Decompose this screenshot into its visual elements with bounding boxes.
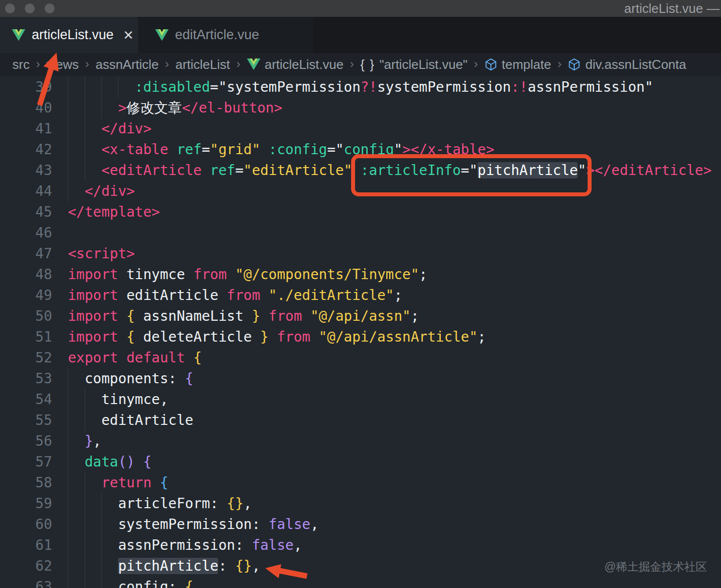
code-line-60[interactable]: 60 systemPermission: false, [0, 514, 721, 535]
braces-icon: { } [360, 58, 375, 72]
indent-guide [85, 98, 85, 118]
vue-icon [12, 29, 25, 41]
indent-guide [85, 472, 85, 493]
code-line-46[interactable]: 46 [0, 223, 721, 243]
indent-guide [85, 493, 85, 514]
line-number: 54 [0, 389, 52, 410]
breadcrumb-separator: › [36, 57, 40, 71]
code-text: <editArticle ref="editArticle" :articleI… [52, 160, 712, 181]
breadcrumb-item-articlelist-vue[interactable]: articleList.vue [247, 57, 344, 72]
tab-bar: articleList.vue ✕ editArticle.vue [0, 17, 721, 53]
code-line-50[interactable]: 50import { assnNameList } from "@/api/as… [0, 306, 721, 327]
code-text: export default { [52, 348, 202, 368]
indent-guide [85, 118, 85, 139]
code-text: tinymce, [52, 389, 168, 410]
indent-guide [68, 535, 68, 556]
breadcrumb-item-assnarticle[interactable]: assnArticle [96, 57, 159, 72]
indent-guide [85, 139, 85, 160]
code-line-53[interactable]: 53 components: { [0, 368, 721, 389]
breadcrumb-label: articleList [176, 57, 230, 72]
line-number: 44 [0, 181, 52, 202]
code-line-56[interactable]: 56 }, [0, 431, 721, 452]
indent-guide [68, 514, 68, 535]
code-text: assnPermission: false, [52, 535, 302, 556]
indent-guide [68, 472, 68, 493]
zoom-window-button[interactable] [45, 3, 55, 13]
breadcrumb-item-src[interactable]: src [12, 57, 30, 72]
breadcrumb-label: src [12, 57, 30, 72]
code-text: data() { [52, 452, 152, 472]
indent-guide [85, 160, 85, 181]
code-text: >修改文章</el-button> [52, 98, 282, 118]
code-line-40[interactable]: 40 >修改文章</el-button> [0, 98, 721, 118]
code-line-43[interactable]: 43 <editArticle ref="editArticle" :artic… [0, 160, 721, 181]
breadcrumb-separator: › [350, 57, 354, 71]
vue-icon [155, 29, 169, 41]
indent-guide [68, 139, 68, 160]
breadcrumb-separator: › [85, 57, 89, 71]
breadcrumb-separator: › [557, 57, 561, 71]
code-line-41[interactable]: 41 </div> [0, 118, 721, 139]
breadcrumb-item-template[interactable]: template [484, 57, 551, 72]
code-line-47[interactable]: 47<script> [0, 243, 721, 264]
breadcrumb-item-div-assnlistconta[interactable]: div.assnListConta [568, 57, 686, 72]
indent-guide [68, 181, 68, 202]
tab-label: editArticle.vue [175, 27, 259, 43]
code-line-52[interactable]: 52export default { [0, 348, 721, 368]
line-number: 59 [0, 493, 52, 514]
code-line-45[interactable]: 45</template> [0, 202, 721, 223]
code-line-55[interactable]: 55 editArticle [0, 410, 721, 431]
minimize-window-button[interactable] [25, 3, 35, 13]
line-number: 45 [0, 202, 52, 223]
code-text: </div> [52, 118, 152, 139]
breadcrumb-label: articleList.vue [265, 57, 344, 72]
code-line-63[interactable]: 63 config: { [0, 577, 721, 588]
line-number: 49 [0, 285, 52, 306]
traffic-lights [5, 3, 55, 13]
line-number: 62 [0, 556, 52, 577]
breadcrumb-item--articlelist-vue-[interactable]: { }"articleList.vue" [360, 57, 468, 72]
indent-guide [68, 431, 68, 452]
code-text: }, [52, 431, 101, 452]
line-number: 41 [0, 118, 52, 139]
code-line-61[interactable]: 61 assnPermission: false, [0, 535, 721, 556]
code-text [52, 223, 68, 243]
watermark-text: @稀土掘金技术社区 [604, 559, 707, 575]
code-line-51[interactable]: 51import { deleteArticle } from "@/api/a… [0, 327, 721, 348]
indent-guide [68, 160, 68, 181]
code-area[interactable]: 39 :disabled="systemPermission?!systemPe… [0, 77, 721, 588]
tab-editarticle-vue[interactable]: editArticle.vue [139, 17, 313, 53]
code-line-54[interactable]: 54 tinymce, [0, 389, 721, 410]
indent-guide [101, 493, 102, 514]
indent-guide [85, 410, 85, 431]
breadcrumb-item-articlelist[interactable]: articleList [176, 57, 230, 72]
line-number: 52 [0, 348, 52, 368]
breadcrumb-label: div.assnListConta [585, 57, 686, 72]
window-title: articleList.vue — [624, 0, 720, 17]
indent-guide [101, 556, 102, 577]
code-line-44[interactable]: 44 </div> [0, 181, 721, 202]
code-line-39[interactable]: 39 :disabled="systemPermission?!systemPe… [0, 77, 721, 98]
line-number: 43 [0, 160, 52, 181]
code-line-59[interactable]: 59 articleForm: {}, [0, 493, 721, 514]
close-icon[interactable]: ✕ [123, 29, 134, 42]
indent-guide [101, 77, 102, 98]
line-number: 48 [0, 264, 52, 285]
code-text: <script> [52, 243, 135, 264]
close-window-button[interactable] [5, 3, 15, 13]
code-line-42[interactable]: 42 <x-table ref="grid" :config="config">… [0, 139, 721, 160]
code-text: return { [52, 472, 168, 493]
indent-guide [101, 577, 102, 588]
indent-guide [101, 514, 102, 535]
indent-guide [68, 118, 68, 139]
code-line-49[interactable]: 49import editArticle from "./editArticle… [0, 285, 721, 306]
breadcrumb-label: template [502, 57, 551, 72]
code-line-48[interactable]: 48import tinymce from "@/components/Tiny… [0, 264, 721, 285]
code-line-57[interactable]: 57 data() { [0, 452, 721, 472]
code-line-58[interactable]: 58 return { [0, 472, 721, 493]
tab-articlelist-vue[interactable]: articleList.vue ✕ [0, 17, 138, 53]
breadcrumb-item-views[interactable]: views [47, 57, 79, 72]
code-text: articleForm: {}, [52, 493, 252, 514]
line-number: 46 [0, 223, 52, 243]
code-text: import tinymce from "@/components/Tinymc… [52, 264, 427, 285]
